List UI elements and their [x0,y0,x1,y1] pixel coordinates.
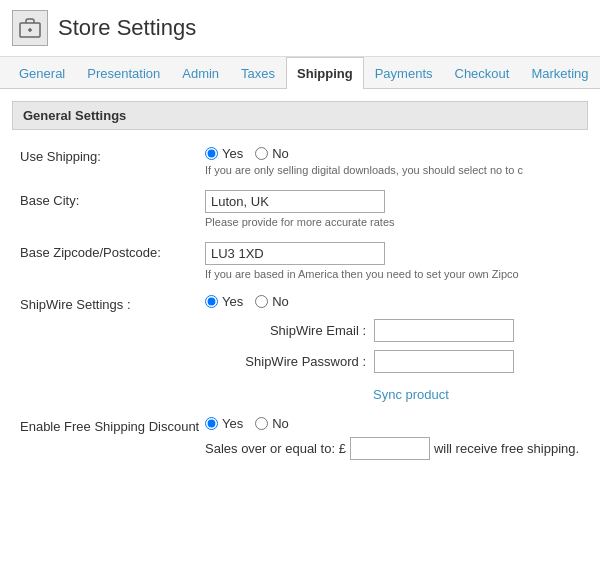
sales-over-input[interactable] [350,437,430,460]
use-shipping-field: Yes No If you are only selling digital d… [205,146,588,176]
tab-presentation[interactable]: Presentation [76,57,171,89]
base-city-hint: Please provide for more accurate rates [205,216,588,228]
free-shipping-radio-group: Yes No [205,416,588,431]
base-city-label: Base City: [20,190,205,208]
base-zipcode-label: Base Zipcode/Postcode: [20,242,205,260]
shipwire-password-label: ShipWire Password : [221,354,366,369]
tab-navigation: General Presentation Admin Taxes Shippin… [0,57,600,89]
shipwire-password-input[interactable] [374,350,514,373]
free-shipping-yes-label: Yes [222,416,243,431]
use-shipping-yes-option[interactable]: Yes [205,146,243,161]
shipwire-no-radio[interactable] [255,295,268,308]
use-shipping-hint: If you are only selling digital download… [205,164,588,176]
store-icon [12,10,48,46]
section-title: General Settings [12,101,588,130]
page-title: Store Settings [58,15,196,41]
use-shipping-radio-group: Yes No [205,146,588,161]
shipwire-no-label: No [272,294,289,309]
sync-product-container: Sync product [221,381,588,402]
shipwire-row: ShipWire Settings : Yes No ShipWire Emai… [12,294,588,402]
sales-over-suffix: will receive free shipping. [434,441,579,456]
sync-product-link[interactable]: Sync product [373,387,449,402]
sales-over-row: Sales over or equal to: £ will receive f… [205,437,588,460]
free-shipping-row: Enable Free Shipping Discount Yes No Sal… [12,416,588,460]
shipwire-sub-section: ShipWire Email : ShipWire Password : Syn… [205,319,588,402]
shipwire-email-label: ShipWire Email : [221,323,366,338]
base-zipcode-input[interactable] [205,242,385,265]
tab-general[interactable]: General [8,57,76,89]
use-shipping-label: Use Shipping: [20,146,205,164]
base-city-row: Base City: Please provide for more accur… [12,190,588,228]
shipwire-field: Yes No ShipWire Email : ShipWire Passwor… [205,294,588,402]
tab-admin[interactable]: Admin [171,57,230,89]
content-area: General Settings Use Shipping: Yes No If… [0,89,600,486]
use-shipping-no-option[interactable]: No [255,146,289,161]
free-shipping-field: Yes No Sales over or equal to: £ will re… [205,416,588,460]
sales-over-prefix: Sales over or equal to: £ [205,441,346,456]
use-shipping-no-radio[interactable] [255,147,268,160]
base-zipcode-hint: If you are based in America then you nee… [205,268,588,280]
base-zipcode-row: Base Zipcode/Postcode: If you are based … [12,242,588,280]
use-shipping-yes-radio[interactable] [205,147,218,160]
base-city-input[interactable] [205,190,385,213]
free-shipping-yes-option[interactable]: Yes [205,416,243,431]
page-header: Store Settings [0,0,600,57]
use-shipping-row: Use Shipping: Yes No If you are only sel… [12,146,588,176]
shipwire-yes-radio[interactable] [205,295,218,308]
shipwire-yes-label: Yes [222,294,243,309]
tab-marketing[interactable]: Marketing [520,57,599,89]
use-shipping-no-label: No [272,146,289,161]
free-shipping-no-option[interactable]: No [255,416,289,431]
free-shipping-no-radio[interactable] [255,417,268,430]
shipwire-password-row: ShipWire Password : [221,350,588,373]
tab-taxes[interactable]: Taxes [230,57,286,89]
shipwire-label: ShipWire Settings : [20,294,205,312]
base-zipcode-field: If you are based in America then you nee… [205,242,588,280]
free-shipping-label: Enable Free Shipping Discount [20,416,205,434]
tab-shipping[interactable]: Shipping [286,57,364,89]
shipwire-no-option[interactable]: No [255,294,289,309]
free-shipping-no-label: No [272,416,289,431]
shipwire-yes-option[interactable]: Yes [205,294,243,309]
shipwire-radio-group: Yes No [205,294,588,309]
tab-payments[interactable]: Payments [364,57,444,89]
tab-checkout[interactable]: Checkout [444,57,521,89]
shipwire-email-input[interactable] [374,319,514,342]
use-shipping-yes-label: Yes [222,146,243,161]
base-city-field: Please provide for more accurate rates [205,190,588,228]
shipwire-email-row: ShipWire Email : [221,319,588,342]
free-shipping-yes-radio[interactable] [205,417,218,430]
